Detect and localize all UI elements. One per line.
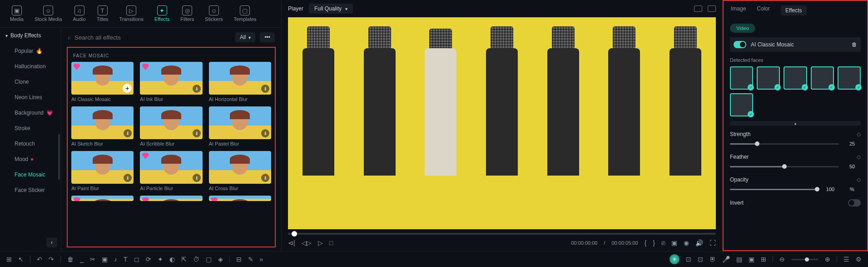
nav-stickers[interactable]: ☺Stickers xyxy=(202,4,225,24)
download-icon[interactable]: ⬇ xyxy=(193,174,201,182)
snapshot-icon[interactable] xyxy=(708,5,716,12)
sidebar-item-hallucination[interactable]: Hallucination xyxy=(0,59,61,74)
crop-icon[interactable]: ▣ xyxy=(102,256,108,263)
download-icon[interactable]: ⬇ xyxy=(193,129,201,137)
download-icon[interactable]: ⬇ xyxy=(193,85,201,93)
prev-frame-button[interactable]: ⊲| xyxy=(288,239,295,247)
cut-icon[interactable]: ✂ xyxy=(90,256,95,263)
effect-card[interactable]: +AI Classic Mosaic xyxy=(71,62,134,102)
reset-icon[interactable]: ◇ xyxy=(857,176,861,183)
nav-filters[interactable]: ◎Filters xyxy=(178,4,197,24)
more-button[interactable]: ••• xyxy=(260,32,275,42)
layers-icon[interactable]: ▣ xyxy=(749,256,754,263)
effect-card[interactable]: ⬇AI Sketch Blur xyxy=(71,106,134,146)
color-icon[interactable]: ◐ xyxy=(169,256,175,263)
pointer-icon[interactable]: ↖ xyxy=(18,256,24,263)
sidebar-item-face-sticker[interactable]: Face Sticker xyxy=(0,182,61,198)
mask-icon[interactable]: ▢ xyxy=(206,256,212,263)
nav-stock-media[interactable]: ☺Stock Media xyxy=(32,4,65,24)
effect-card[interactable]: ⬇AI Pastel Blur xyxy=(209,106,271,146)
grid-icon[interactable]: ⊞ xyxy=(6,256,12,263)
speed-icon[interactable]: ⟳ xyxy=(146,256,151,263)
effect-icon[interactable]: ✦ xyxy=(158,256,163,263)
redo-button[interactable]: ↷ xyxy=(49,256,54,263)
music-icon[interactable]: ♪ xyxy=(114,256,117,263)
detected-face[interactable]: ✓ xyxy=(811,66,834,90)
sidebar-item-neon-lines[interactable]: Neon Lines xyxy=(0,90,61,105)
delete-button[interactable]: 🗑 xyxy=(67,256,74,263)
camera-icon[interactable]: ◉ xyxy=(684,239,689,247)
filter-dropdown[interactable]: All ▾ xyxy=(235,32,255,42)
sidebar-scrollbar[interactable] xyxy=(58,134,60,180)
sidebar-category-dropdown[interactable]: ▾ Body Effects xyxy=(0,28,61,43)
expand-icon[interactable]: » xyxy=(260,256,263,263)
download-icon[interactable]: ⬇ xyxy=(124,129,132,137)
detected-face[interactable]: ✓ xyxy=(784,66,807,90)
tab-color[interactable]: Color xyxy=(757,5,770,15)
undo-button[interactable]: ↶ xyxy=(37,256,42,263)
effect-card[interactable]: ⬇AI Horizontal Blur xyxy=(209,62,271,102)
compare-icon[interactable] xyxy=(694,5,702,12)
list-icon[interactable]: ☰ xyxy=(843,256,849,263)
download-icon[interactable]: ⬇ xyxy=(261,129,269,137)
text-icon[interactable]: T xyxy=(124,256,128,263)
feather-value[interactable]: 50 xyxy=(843,164,861,169)
add-icon[interactable]: + xyxy=(123,84,132,93)
sidebar-item-retouch[interactable]: Retouch xyxy=(0,136,61,151)
tab-image[interactable]: Image xyxy=(731,5,746,15)
download-icon[interactable]: ⬇ xyxy=(124,174,132,182)
mark-in-button[interactable]: { xyxy=(645,239,647,247)
search-input[interactable] xyxy=(74,34,231,41)
scrub-bar[interactable] xyxy=(288,233,716,235)
nav-templates[interactable]: ▢Templates xyxy=(231,4,259,24)
shield-icon[interactable]: ⛨ xyxy=(709,256,716,263)
detected-face[interactable]: ✓ xyxy=(757,66,780,90)
sidebar-item-background[interactable]: Background💗 xyxy=(0,105,61,121)
tool-2-icon[interactable]: ⊡ xyxy=(698,256,703,263)
nav-audio[interactable]: ♫Audio xyxy=(70,4,89,24)
render-button[interactable]: ⎚ xyxy=(661,239,665,247)
adjust-icon[interactable]: ⊟ xyxy=(236,256,242,263)
nav-transitions[interactable]: ▷Transitions xyxy=(117,4,146,24)
reset-icon[interactable]: ◇ xyxy=(857,131,861,137)
shape-icon[interactable]: ◻ xyxy=(134,256,139,263)
detected-face[interactable]: ✓ xyxy=(730,66,753,90)
video-preview[interactable] xyxy=(288,17,716,229)
fullscreen-icon[interactable]: ⛶ xyxy=(709,239,716,247)
nav-media[interactable]: ▣Media xyxy=(7,4,26,24)
sidebar-collapse-button[interactable]: ‹ xyxy=(46,237,57,247)
split-icon[interactable]: ⎯ xyxy=(80,256,84,263)
feather-slider[interactable] xyxy=(730,166,839,167)
delete-effect-button[interactable]: 🗑 xyxy=(852,41,857,48)
effect-card[interactable]: ⬇AI Paint Blur xyxy=(71,151,134,191)
display-icon[interactable]: ▣ xyxy=(671,239,677,247)
subtitle-icon[interactable]: ▤ xyxy=(736,256,742,263)
sub-tab-video[interactable]: Video xyxy=(730,24,755,33)
stop-button[interactable]: □ xyxy=(329,239,333,247)
quality-dropdown[interactable]: Full Quality ▾ xyxy=(309,4,353,14)
download-icon[interactable]: ⬇ xyxy=(261,85,269,93)
effect-toggle[interactable] xyxy=(734,41,746,48)
detected-face[interactable]: ✓ xyxy=(838,66,861,90)
mic-icon[interactable]: 🎤 xyxy=(722,256,730,263)
mark-out-button[interactable]: } xyxy=(653,239,655,247)
reset-icon[interactable]: ◇ xyxy=(857,154,861,160)
effect-card[interactable]: ⬇AI Ink Blur xyxy=(140,62,202,102)
tool-1-icon[interactable]: ⊡ xyxy=(686,256,691,263)
effect-card[interactable]: ⬇AI Particle Blur xyxy=(140,151,202,191)
play-button[interactable]: ▷ xyxy=(318,239,323,247)
strength-value[interactable]: 25 xyxy=(843,141,861,146)
sidebar-item-popular[interactable]: Popular🔥 xyxy=(0,43,61,59)
nav-effects[interactable]: ✦Effects xyxy=(152,4,172,24)
zoom-in-button[interactable]: ⊕ xyxy=(825,256,830,263)
nav-titles[interactable]: TTitles xyxy=(94,4,111,24)
invert-toggle[interactable] xyxy=(848,199,861,207)
tab-effects[interactable]: Effects xyxy=(781,5,806,15)
effect-card[interactable]: ⬇AI Scribble Blur xyxy=(140,106,202,146)
playhead[interactable] xyxy=(292,231,297,237)
effect-card[interactable]: ⬇AI Cross Blur xyxy=(209,151,271,191)
key-icon[interactable]: ◈ xyxy=(218,256,223,263)
sidebar-item-stroke[interactable]: Stroke xyxy=(0,121,61,136)
opacity-value[interactable]: 100 xyxy=(822,186,839,192)
duplicate-icon[interactable]: ⊞ xyxy=(761,256,766,263)
